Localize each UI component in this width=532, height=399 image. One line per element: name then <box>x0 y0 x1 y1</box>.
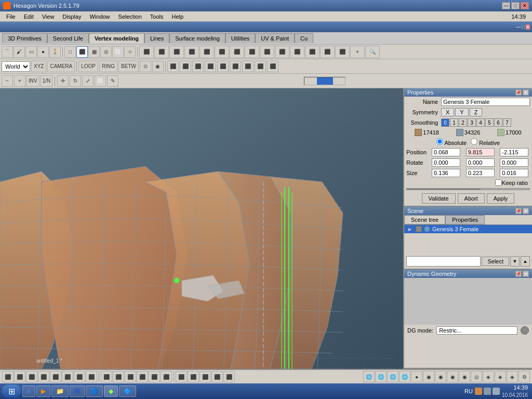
add-tool[interactable]: + <box>350 46 365 58</box>
object-select-tool[interactable]: ◎ <box>100 46 112 58</box>
sphere5[interactable]: ◎ <box>471 371 482 382</box>
abort-button[interactable]: Abort <box>458 193 485 204</box>
start-button[interactable]: ⊞ <box>2 384 21 398</box>
scene-close[interactable]: ✕ <box>523 208 529 214</box>
name-input[interactable] <box>441 98 530 106</box>
rotate-btn[interactable]: ↻ <box>70 75 81 87</box>
rt3[interactable]: ⬛ <box>192 61 204 72</box>
shad1[interactable]: ◈ <box>483 371 494 382</box>
scene-properties-tab[interactable]: Properties <box>445 215 485 224</box>
vert-select-tool[interactable]: ▦ <box>88 46 100 58</box>
tool-3[interactable]: ⬛ <box>169 46 184 58</box>
tool-10[interactable]: ⬛ <box>275 46 289 58</box>
menu-selection[interactable]: Selection <box>114 12 146 21</box>
shad4[interactable]: ⚙ <box>518 371 530 382</box>
scene-select-button[interactable]: Select <box>482 257 509 266</box>
bct2[interactable]: ⬛ <box>113 371 124 382</box>
globe1[interactable]: 🌐 <box>363 371 375 382</box>
rt7[interactable]: ⬛ <box>242 61 254 72</box>
tool-1[interactable]: ⬛ <box>139 46 154 58</box>
pos-x-input[interactable] <box>432 148 460 156</box>
globe5[interactable]: ● <box>411 371 422 382</box>
symmetry-x-btn[interactable]: X <box>441 108 454 116</box>
globe2[interactable]: 🌐 <box>375 371 387 382</box>
maximize-button[interactable]: □ <box>511 2 520 9</box>
tab-second-life[interactable]: Second Life <box>47 33 89 43</box>
tool-7[interactable]: ⬛ <box>230 46 244 58</box>
absolute-radio-label[interactable]: Absolute <box>436 138 467 146</box>
menu-window[interactable]: Window <box>85 12 114 21</box>
menu-display[interactable]: Display <box>58 12 85 21</box>
tab-utilities[interactable]: Utilities <box>225 33 255 43</box>
scale-btn[interactable]: ⤢ <box>82 75 94 87</box>
bt8[interactable]: ⬛ <box>86 371 97 382</box>
symmetry-z-btn[interactable]: Z <box>470 108 483 116</box>
bt3[interactable]: ⬛ <box>26 371 37 382</box>
tab-3d-primitives[interactable]: 3D Primitives <box>2 33 47 43</box>
dg-circle-button[interactable] <box>521 326 529 335</box>
tab-surface-modeling[interactable]: Surface modeling <box>169 33 225 43</box>
globe4[interactable]: 🌐 <box>399 371 410 382</box>
tool-2[interactable]: ⬛ <box>154 46 169 58</box>
brt2[interactable]: ⬛ <box>188 371 199 382</box>
smooth-7[interactable]: 7 <box>503 118 511 127</box>
relative-radio[interactable] <box>471 138 477 145</box>
brt4[interactable]: ⬛ <box>211 371 223 382</box>
keep-ratio-checkbox[interactable] <box>495 179 502 186</box>
select-rect-tool[interactable]: ▭ <box>25 46 37 58</box>
tool-t4[interactable]: ⬜ <box>95 75 106 87</box>
symmetry-y-btn[interactable]: Y <box>455 108 468 116</box>
edge-select-tool[interactable]: ⬛ <box>76 46 88 58</box>
rt6[interactable]: ⬛ <box>230 61 241 72</box>
bct5[interactable]: ⬛ <box>149 371 160 382</box>
bct3[interactable]: ⬛ <box>125 371 136 382</box>
taskbar-ie[interactable]: e <box>22 385 35 397</box>
taskbar-chrome[interactable]: 🔵 <box>86 385 103 397</box>
tool-4[interactable]: ⬛ <box>184 46 199 58</box>
scene-tree-item[interactable]: ▶ Genesis 3 Female <box>404 225 532 233</box>
tab-lines[interactable]: Lines <box>144 33 169 43</box>
bt6[interactable]: ⬛ <box>62 371 73 382</box>
smooth-1[interactable]: 1 <box>450 118 458 127</box>
inv-btn[interactable]: INV <box>26 75 39 87</box>
size-y-input[interactable] <box>466 169 495 177</box>
bct6[interactable]: ⬛ <box>161 371 172 382</box>
one-n-btn[interactable]: 1/N <box>41 75 53 87</box>
close-button[interactable]: ✕ <box>521 2 529 9</box>
relative-radio-label[interactable]: Relative <box>471 138 500 146</box>
minus-btn[interactable]: − <box>2 75 13 87</box>
properties-pin[interactable]: 📌 <box>515 89 522 96</box>
scene-pin[interactable]: 📌 <box>515 208 522 214</box>
tool-13[interactable]: ⬛ <box>320 46 335 58</box>
pos-z-input[interactable] <box>500 148 528 156</box>
bt7[interactable]: ⬛ <box>74 371 85 382</box>
smooth-0[interactable]: 0 <box>441 118 449 127</box>
globe3[interactable]: 🌐 <box>387 371 398 382</box>
loop-opt2[interactable]: ◉ <box>152 61 164 72</box>
smooth-2[interactable]: 2 <box>459 118 467 127</box>
tool-6[interactable]: ⬛ <box>215 46 229 58</box>
tray-icon-1[interactable] <box>475 388 482 395</box>
smooth-5[interactable]: 5 <box>485 118 494 127</box>
smooth-4[interactable]: 4 <box>476 118 485 127</box>
speaker-icon[interactable] <box>493 388 500 395</box>
shad2[interactable]: ◈ <box>495 371 506 382</box>
tab-vertex-modeling[interactable]: Vertex modeling <box>89 33 144 43</box>
properties-close[interactable]: ✕ <box>523 89 529 96</box>
size-z-input[interactable] <box>500 169 528 177</box>
tray-icon-2[interactable] <box>484 388 491 395</box>
world-select[interactable]: World <box>2 61 30 72</box>
loop-opt1[interactable]: ⊙ <box>140 61 151 72</box>
pos-y-input[interactable] <box>466 148 495 156</box>
scene-arrow-up[interactable]: ▲ <box>521 256 530 267</box>
sphere2[interactable]: ◉ <box>435 371 446 382</box>
tool-12[interactable]: ⬛ <box>305 46 320 58</box>
dg-close[interactable]: ✕ <box>523 271 529 277</box>
bt1[interactable]: ⬛ <box>2 371 14 382</box>
taskbar-hexagon[interactable]: ◆ <box>104 385 118 397</box>
taskbar-explorer[interactable]: 📁 <box>51 385 69 397</box>
face-select-tool[interactable]: □ <box>64 46 76 58</box>
smooth-3[interactable]: 3 <box>468 118 476 127</box>
sphere1[interactable]: ◉ <box>423 371 434 382</box>
inner-minimize-button[interactable]: — <box>516 24 521 30</box>
